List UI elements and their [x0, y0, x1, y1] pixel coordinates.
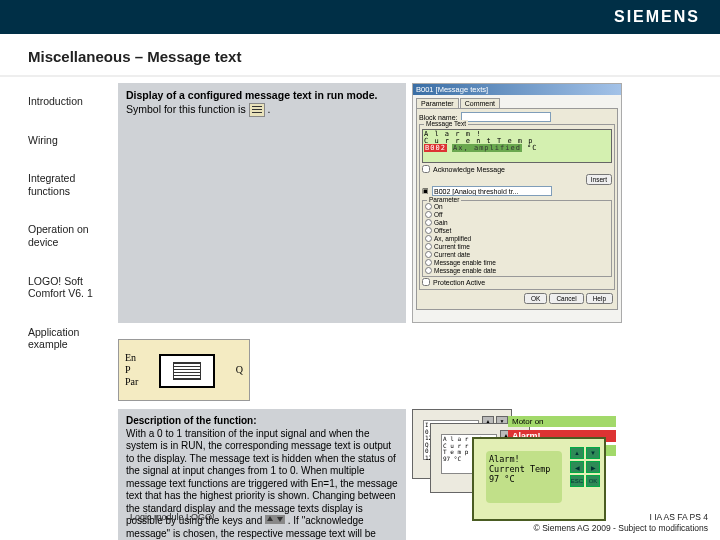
- top-bar: SIEMENS: [0, 0, 720, 34]
- footer-code: I IA AS FA PS 4: [649, 512, 708, 522]
- sidebar-item-operation[interactable]: Operation on device: [28, 217, 118, 254]
- ack-checkbox[interactable]: [422, 165, 430, 173]
- tab-comment[interactable]: Comment: [460, 98, 500, 108]
- param-combo[interactable]: [432, 186, 552, 196]
- sidebar-item-wiring[interactable]: Wiring: [28, 128, 118, 153]
- page-title: Miscellaneous – Message text: [0, 34, 720, 77]
- footer-left: Logic module LOGO!: [130, 512, 215, 534]
- intro-box: Display of a configured message text in …: [118, 83, 406, 323]
- footer-copyright: © Siemens AG 2009 - Subject to modificat…: [534, 523, 708, 533]
- param-gain[interactable]: [425, 219, 432, 226]
- tab-parameter[interactable]: Parameter: [416, 98, 459, 108]
- param-en-time[interactable]: [425, 259, 432, 266]
- message-grid[interactable]: A l a r m ! C u r r e n t T e m p B002 A…: [422, 129, 612, 163]
- insert-button[interactable]: Insert: [586, 174, 612, 185]
- sidebar-item-example[interactable]: Application example: [28, 320, 118, 357]
- sidebar-item-comfort[interactable]: LOGO! Soft Comfort V6. 1: [28, 269, 118, 306]
- sidebar-item-introduction[interactable]: Introduction: [28, 89, 118, 114]
- footer: Logic module LOGO! I IA AS FA PS 4 © Sie…: [130, 512, 708, 534]
- wiring-diagram: En P Par Q: [118, 339, 250, 401]
- param-list: On Off Gain Offset Ax, amplified Current…: [425, 203, 609, 274]
- block-name-input[interactable]: [461, 112, 551, 122]
- btn-down-icon[interactable]: ▼: [586, 447, 600, 459]
- ok-button[interactable]: OK: [524, 293, 547, 304]
- btn-ok[interactable]: OK: [586, 475, 600, 487]
- status-motor: Motor on: [508, 416, 616, 427]
- param-combo-label: ▣: [422, 187, 429, 195]
- device-big: Alarm! Current Temp 97 °C ▲ ▼ ◀ ▶ ESC OK: [472, 437, 606, 521]
- cancel-button[interactable]: Cancel: [549, 293, 583, 304]
- brand-text: SIEMENS: [614, 8, 700, 26]
- param-offset[interactable]: [425, 227, 432, 234]
- protection-checkbox[interactable]: [422, 278, 430, 286]
- message-text-icon: [249, 103, 265, 117]
- display-icon: [173, 362, 201, 380]
- param-on[interactable]: [425, 203, 432, 210]
- sidebar-item-integrated[interactable]: Integrated functions: [28, 166, 118, 203]
- sidebar: Introduction Wiring Integrated functions…: [0, 83, 118, 540]
- dialog-title: B001 [Message texts]: [413, 84, 621, 95]
- param-date[interactable]: [425, 251, 432, 258]
- btn-right-icon[interactable]: ▶: [586, 461, 600, 473]
- msg-group-title: Message Text: [424, 120, 468, 127]
- param-time[interactable]: [425, 243, 432, 250]
- param-off[interactable]: [425, 211, 432, 218]
- btn-up-icon[interactable]: ▲: [570, 447, 584, 459]
- btn-left-icon[interactable]: ◀: [570, 461, 584, 473]
- help-button[interactable]: Help: [586, 293, 613, 304]
- properties-dialog: B001 [Message texts] Parameter Comment B…: [412, 83, 622, 323]
- param-en-date[interactable]: [425, 267, 432, 274]
- btn-esc[interactable]: ESC: [570, 475, 584, 487]
- param-amplified[interactable]: [425, 235, 432, 242]
